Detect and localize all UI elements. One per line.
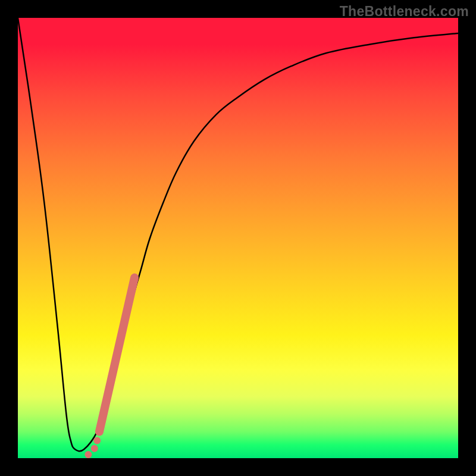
plot-area	[18, 18, 458, 458]
bottleneck-curve	[18, 18, 458, 451]
chart-frame: TheBottleneck.com	[0, 0, 476, 476]
marker-dot	[91, 445, 98, 452]
curve-svg	[18, 18, 458, 458]
watermark-text: TheBottleneck.com	[340, 4, 469, 20]
marker-segment	[99, 278, 134, 432]
marker-dot	[84, 451, 92, 458]
marker-dot	[93, 437, 101, 444]
